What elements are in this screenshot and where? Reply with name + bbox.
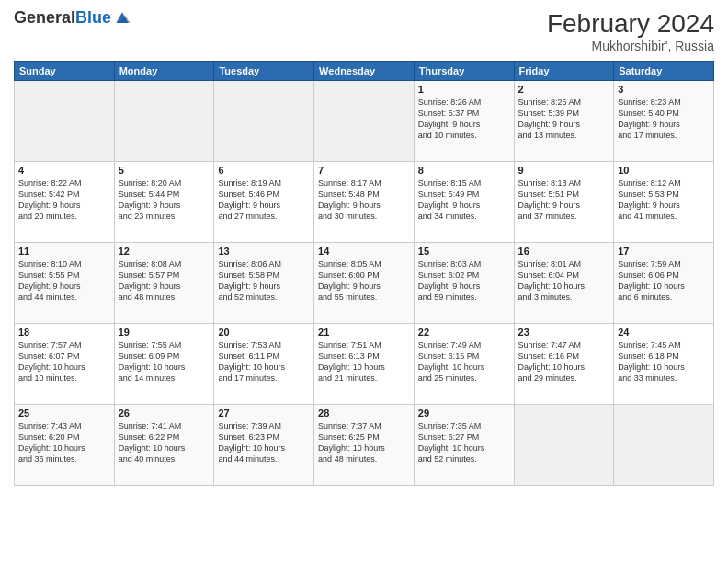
day-info: Sunrise: 8:23 AM Sunset: 5:40 PM Dayligh… — [618, 97, 710, 142]
day-number: 2 — [518, 84, 610, 95]
day-info: Sunrise: 7:37 AM Sunset: 6:25 PM Dayligh… — [318, 420, 410, 465]
day-number: 3 — [618, 84, 710, 95]
calendar-cell: 10Sunrise: 8:12 AM Sunset: 5:53 PM Dayli… — [614, 162, 714, 243]
calendar-cell — [15, 81, 115, 162]
day-number: 12 — [119, 246, 210, 257]
day-info: Sunrise: 7:43 AM Sunset: 6:20 PM Dayligh… — [18, 420, 110, 465]
calendar-cell: 15Sunrise: 8:03 AM Sunset: 6:02 PM Dayli… — [414, 243, 514, 324]
day-number: 16 — [518, 246, 610, 257]
day-info: Sunrise: 7:45 AM Sunset: 6:18 PM Dayligh… — [618, 339, 710, 385]
day-number: 25 — [18, 408, 110, 419]
calendar-cell: 4Sunrise: 8:22 AM Sunset: 5:42 PM Daylig… — [15, 162, 115, 243]
calendar-cell: 14Sunrise: 8:05 AM Sunset: 6:00 PM Dayli… — [314, 243, 415, 324]
calendar-cell: 16Sunrise: 8:01 AM Sunset: 6:04 PM Dayli… — [514, 243, 614, 324]
calendar-cell: 29Sunrise: 7:35 AM Sunset: 6:27 PM Dayli… — [414, 405, 514, 486]
calendar-cell: 7Sunrise: 8:17 AM Sunset: 5:48 PM Daylig… — [314, 162, 415, 243]
day-number: 17 — [618, 246, 710, 257]
col-header-wednesday: Wednesday — [314, 62, 415, 81]
logo-icon — [113, 9, 131, 28]
calendar-cell: 25Sunrise: 7:43 AM Sunset: 6:20 PM Dayli… — [15, 405, 115, 486]
col-header-thursday: Thursday — [414, 62, 514, 81]
day-info: Sunrise: 7:47 AM Sunset: 6:16 PM Dayligh… — [518, 339, 610, 385]
month-title: February 2024 — [547, 9, 714, 39]
day-number: 19 — [119, 327, 210, 338]
day-number: 24 — [618, 327, 710, 338]
logo-general-text: General — [14, 8, 75, 27]
calendar-cell: 2Sunrise: 8:25 AM Sunset: 5:39 PM Daylig… — [514, 81, 614, 162]
day-info: Sunrise: 8:17 AM Sunset: 5:48 PM Dayligh… — [318, 178, 410, 223]
calendar-cell: 13Sunrise: 8:06 AM Sunset: 5:58 PM Dayli… — [214, 243, 314, 324]
week-row-3: 11Sunrise: 8:10 AM Sunset: 5:55 PM Dayli… — [15, 243, 714, 324]
day-number: 10 — [618, 165, 710, 176]
col-header-friday: Friday — [514, 62, 614, 81]
day-number: 28 — [318, 408, 410, 419]
day-info: Sunrise: 7:41 AM Sunset: 6:22 PM Dayligh… — [119, 420, 210, 465]
day-number: 7 — [318, 165, 410, 176]
calendar-cell — [614, 405, 714, 486]
calendar-cell — [214, 81, 314, 162]
day-number: 18 — [18, 327, 110, 338]
day-info: Sunrise: 8:15 AM Sunset: 5:49 PM Dayligh… — [418, 178, 510, 223]
calendar-cell: 27Sunrise: 7:39 AM Sunset: 6:23 PM Dayli… — [214, 405, 314, 486]
week-row-4: 18Sunrise: 7:57 AM Sunset: 6:07 PM Dayli… — [15, 324, 714, 405]
calendar-table: SundayMondayTuesdayWednesdayThursdayFrid… — [14, 61, 714, 486]
week-row-2: 4Sunrise: 8:22 AM Sunset: 5:42 PM Daylig… — [15, 162, 714, 243]
day-info: Sunrise: 7:35 AM Sunset: 6:27 PM Dayligh… — [418, 420, 510, 465]
day-number: 13 — [218, 246, 310, 257]
calendar-cell — [114, 81, 214, 162]
day-number: 27 — [218, 408, 310, 419]
day-info: Sunrise: 8:19 AM Sunset: 5:46 PM Dayligh… — [218, 178, 310, 223]
logo-blue-text: Blue — [75, 8, 111, 27]
calendar-cell: 8Sunrise: 8:15 AM Sunset: 5:49 PM Daylig… — [414, 162, 514, 243]
day-number: 26 — [119, 408, 210, 419]
day-info: Sunrise: 8:22 AM Sunset: 5:42 PM Dayligh… — [18, 178, 110, 223]
calendar-cell: 20Sunrise: 7:53 AM Sunset: 6:11 PM Dayli… — [214, 324, 314, 405]
day-number: 4 — [18, 165, 110, 176]
col-header-monday: Monday — [114, 62, 214, 81]
col-header-saturday: Saturday — [614, 62, 714, 81]
calendar-cell: 28Sunrise: 7:37 AM Sunset: 6:25 PM Dayli… — [314, 405, 415, 486]
week-row-1: 1Sunrise: 8:26 AM Sunset: 5:37 PM Daylig… — [15, 81, 714, 162]
calendar-cell: 21Sunrise: 7:51 AM Sunset: 6:13 PM Dayli… — [314, 324, 415, 405]
day-number: 11 — [18, 246, 110, 257]
page: GeneralBlue February 2024 Mukhorshibir',… — [0, 0, 728, 563]
header: GeneralBlue February 2024 Mukhorshibir',… — [14, 9, 714, 53]
day-number: 22 — [418, 327, 510, 338]
day-info: Sunrise: 7:39 AM Sunset: 6:23 PM Dayligh… — [218, 420, 310, 465]
day-number: 5 — [119, 165, 210, 176]
calendar-cell — [314, 81, 415, 162]
day-number: 8 — [418, 165, 510, 176]
day-info: Sunrise: 7:53 AM Sunset: 6:11 PM Dayligh… — [218, 339, 310, 385]
day-info: Sunrise: 8:08 AM Sunset: 5:57 PM Dayligh… — [119, 259, 210, 304]
day-info: Sunrise: 8:10 AM Sunset: 5:55 PM Dayligh… — [18, 259, 110, 304]
col-header-tuesday: Tuesday — [214, 62, 314, 81]
day-number: 14 — [318, 246, 410, 257]
logo: GeneralBlue — [14, 9, 131, 28]
day-info: Sunrise: 8:26 AM Sunset: 5:37 PM Dayligh… — [418, 97, 510, 142]
location: Mukhorshibir', Russia — [547, 39, 714, 53]
day-info: Sunrise: 8:05 AM Sunset: 6:00 PM Dayligh… — [318, 259, 410, 304]
day-info: Sunrise: 8:25 AM Sunset: 5:39 PM Dayligh… — [518, 97, 610, 142]
day-info: Sunrise: 7:59 AM Sunset: 6:06 PM Dayligh… — [618, 259, 710, 304]
calendar-cell: 5Sunrise: 8:20 AM Sunset: 5:44 PM Daylig… — [114, 162, 214, 243]
day-info: Sunrise: 8:06 AM Sunset: 5:58 PM Dayligh… — [218, 259, 310, 304]
calendar-cell: 24Sunrise: 7:45 AM Sunset: 6:18 PM Dayli… — [614, 324, 714, 405]
day-number: 21 — [318, 327, 410, 338]
calendar-cell: 6Sunrise: 8:19 AM Sunset: 5:46 PM Daylig… — [214, 162, 314, 243]
day-number: 15 — [418, 246, 510, 257]
calendar-cell: 11Sunrise: 8:10 AM Sunset: 5:55 PM Dayli… — [15, 243, 115, 324]
calendar-cell: 26Sunrise: 7:41 AM Sunset: 6:22 PM Dayli… — [114, 405, 214, 486]
calendar-cell: 9Sunrise: 8:13 AM Sunset: 5:51 PM Daylig… — [514, 162, 614, 243]
calendar-cell: 3Sunrise: 8:23 AM Sunset: 5:40 PM Daylig… — [614, 81, 714, 162]
day-number: 9 — [518, 165, 610, 176]
calendar-cell: 17Sunrise: 7:59 AM Sunset: 6:06 PM Dayli… — [614, 243, 714, 324]
calendar-cell: 1Sunrise: 8:26 AM Sunset: 5:37 PM Daylig… — [414, 81, 514, 162]
day-info: Sunrise: 7:51 AM Sunset: 6:13 PM Dayligh… — [318, 339, 410, 385]
day-info: Sunrise: 7:49 AM Sunset: 6:15 PM Dayligh… — [418, 339, 510, 385]
calendar-cell — [514, 405, 614, 486]
day-info: Sunrise: 8:01 AM Sunset: 6:04 PM Dayligh… — [518, 259, 610, 304]
title-block: February 2024 Mukhorshibir', Russia — [547, 9, 714, 53]
day-info: Sunrise: 7:55 AM Sunset: 6:09 PM Dayligh… — [119, 339, 210, 385]
day-number: 1 — [418, 84, 510, 95]
day-info: Sunrise: 8:12 AM Sunset: 5:53 PM Dayligh… — [618, 178, 710, 223]
